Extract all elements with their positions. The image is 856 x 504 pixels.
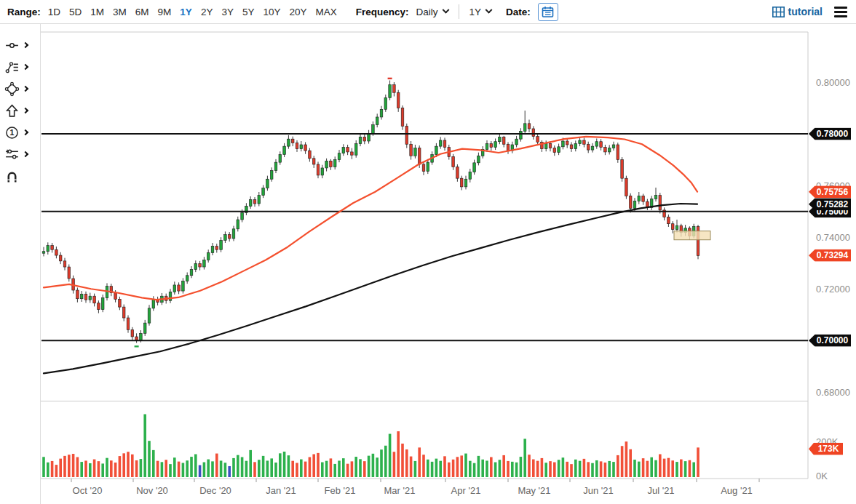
range-button-9M[interactable]: 9M [158, 7, 172, 17]
range-button-5D[interactable]: 5D [69, 7, 82, 17]
chevron-down-icon [486, 6, 493, 13]
frequency-value: Daily [416, 7, 438, 17]
range-label: Range: [7, 7, 41, 17]
frequency-dropdown[interactable]: Daily [416, 7, 448, 17]
range-button-2Y[interactable]: 2Y [201, 7, 213, 17]
menu-button[interactable] [833, 5, 849, 19]
date-picker-button[interactable] [538, 3, 558, 21]
range-button-6M[interactable]: 6M [135, 7, 149, 17]
range-button-10Y[interactable]: 10Y [263, 7, 280, 17]
range-button-1D[interactable]: 1D [48, 7, 60, 17]
range-button-group: 1D5D1M3M6M9M1Y2Y3Y5Y10Y20YMAX [48, 7, 337, 17]
frequency-label: Frequency: [356, 7, 409, 17]
range-button-1Y[interactable]: 1Y [180, 7, 192, 17]
range-button-20Y[interactable]: 20Y [289, 7, 306, 17]
range-button-3Y[interactable]: 3Y [221, 7, 234, 17]
range-button-5Y[interactable]: 5Y [242, 7, 255, 17]
tutorial-text: tutorial [788, 6, 823, 17]
date-label: Date: [506, 7, 531, 17]
range-button-3M[interactable]: 3M [113, 7, 127, 17]
toolbar-divider [459, 4, 459, 19]
calendar-icon [542, 6, 554, 18]
chevron-down-icon [442, 6, 449, 13]
range-button-1M[interactable]: 1M [90, 7, 104, 17]
film-icon [772, 7, 785, 17]
chart-canvas[interactable] [0, 24, 856, 504]
top-toolbar: Range: 1D5D1M3M6M9M1Y2Y3Y5Y10Y20YMAX Fre… [0, 0, 856, 24]
period-dropdown[interactable]: 1Y [469, 7, 492, 17]
charting-app: Range: 1D5D1M3M6M9M1Y2Y3Y5Y10Y20YMAX Fre… [0, 0, 856, 504]
range-button-MAX[interactable]: MAX [315, 7, 336, 17]
toolbar-right-group: tutorial [772, 5, 849, 19]
period-value: 1Y [469, 7, 482, 17]
tutorial-link[interactable]: tutorial [772, 6, 823, 17]
